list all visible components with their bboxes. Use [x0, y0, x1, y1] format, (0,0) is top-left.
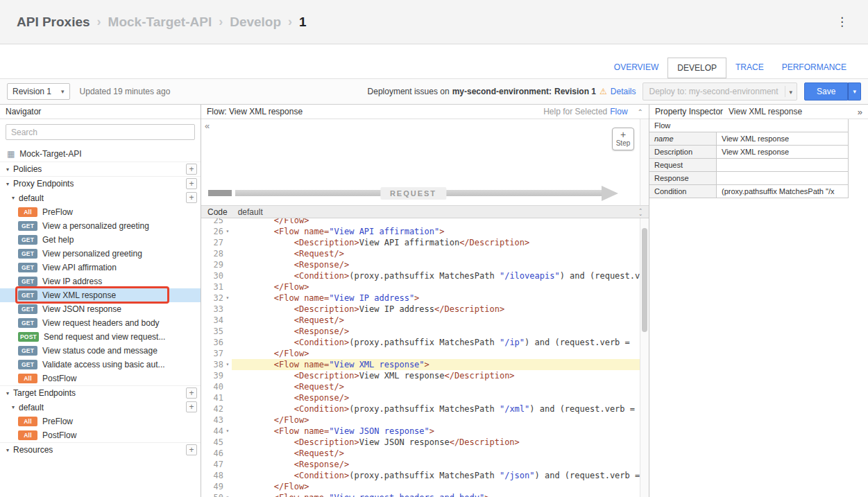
deploy-select-caret[interactable]: ▾: [785, 86, 797, 97]
code-line-38[interactable]: 38▾ <Flow name="View XML response">: [201, 359, 649, 370]
code-line-text[interactable]: <Response/>: [232, 326, 649, 337]
nav-section-default[interactable]: ▾default+: [0, 400, 201, 415]
prop-value-condition[interactable]: (proxy.pathsuffix MatchesPath "/x: [717, 185, 848, 198]
code-line-text[interactable]: <Condition>(proxy.pathsuffix MatchesPath…: [232, 337, 649, 348]
code-line-text[interactable]: </Flow>: [232, 218, 649, 226]
prop-value-response[interactable]: [717, 172, 848, 184]
nav-item-postflow[interactable]: AllPostFlow: [0, 428, 201, 442]
add-proxy-endpoints-button[interactable]: +: [186, 178, 197, 189]
code-line-42[interactable]: 42 <Condition>(proxy.pathsuffix MatchesP…: [201, 403, 649, 415]
nav-item-postflow[interactable]: AllPostFlow: [0, 372, 201, 385]
nav-item-view-request-headers-and-body[interactable]: GETView request headers and body: [0, 316, 201, 330]
nav-section-target-endpoints[interactable]: ▾Target Endpoints+: [0, 385, 201, 400]
prop-value-name[interactable]: View XML response: [717, 132, 848, 145]
nav-item-view-json-response[interactable]: GETView JSON response: [0, 302, 201, 316]
code-line-50[interactable]: 50▾ <Flow name="View request headers and…: [201, 492, 649, 497]
flow-help-link[interactable]: Flow: [610, 107, 627, 116]
add-default-button[interactable]: +: [186, 401, 197, 412]
deploy-to-select[interactable]: Deploy to: my-second-environment ▾: [643, 82, 797, 101]
code-line-39[interactable]: 39 <Description>View XML response</Descr…: [201, 370, 649, 381]
code-line-45[interactable]: 45 <Description>View JSON response</Desc…: [201, 437, 649, 448]
fold-marker-icon[interactable]: ▾: [223, 226, 232, 237]
code-line-text[interactable]: </Flow>: [232, 281, 649, 293]
breadcrumb-item-api-proxies[interactable]: API Proxies: [17, 15, 90, 30]
nav-item-preflow[interactable]: AllPreFlow: [0, 415, 201, 428]
nav-item-view-personalized-greeting[interactable]: GETView personalized greeting: [0, 247, 201, 261]
section-collapse-icon[interactable]: ▾: [6, 166, 9, 173]
code-line-41[interactable]: 41 <Response/>: [201, 392, 649, 403]
code-line-36[interactable]: 36 <Condition>(proxy.pathsuffix MatchesP…: [201, 337, 649, 348]
code-line-text[interactable]: <Request/>: [232, 381, 649, 392]
code-line-46[interactable]: 46 <Request/>: [201, 448, 649, 459]
section-collapse-icon[interactable]: ▾: [12, 195, 15, 201]
code-line-text[interactable]: <Description>View IP address</Descriptio…: [232, 304, 649, 315]
nav-section-default[interactable]: ▾default+: [0, 191, 201, 205]
nav-section-resources[interactable]: ▾Resources+: [0, 442, 201, 457]
code-line-47[interactable]: 47 <Response/>: [201, 459, 649, 470]
code-editor[interactable]: 25 </Flow>26▾ <Flow name="View API affir…: [201, 218, 649, 497]
code-line-text[interactable]: <Request/>: [232, 248, 649, 259]
search-input[interactable]: [6, 124, 195, 140]
add-target-endpoints-button[interactable]: +: [186, 387, 197, 399]
nav-item-view-status-code-and-message[interactable]: GETView status code and message: [0, 344, 201, 358]
code-line-text[interactable]: </Flow>: [232, 348, 649, 359]
fold-marker-icon[interactable]: ▾: [223, 293, 232, 304]
code-line-text[interactable]: <Flow name="View JSON response">: [232, 426, 649, 437]
code-line-26[interactable]: 26▾ <Flow name="View API affirmation">: [201, 226, 649, 237]
code-scrollbar-track[interactable]: [640, 218, 649, 497]
code-line-text[interactable]: <Response/>: [232, 259, 649, 270]
collapse-navigator-icon[interactable]: «: [203, 121, 212, 131]
code-line-text[interactable]: <Description>View JSON response</Descrip…: [232, 437, 649, 448]
collapse-code-panel-icon[interactable]: ⌃ ⌄: [638, 209, 643, 216]
nav-item-get-help[interactable]: GETGet help: [0, 233, 201, 247]
code-line-text[interactable]: <Response/>: [232, 392, 649, 403]
code-line-44[interactable]: 44▾ <Flow name="View JSON response">: [201, 426, 649, 437]
code-line-text[interactable]: <Condition>(proxy.pathsuffix MatchesPath…: [232, 270, 649, 281]
code-line-43[interactable]: 43 </Flow>: [201, 415, 649, 426]
code-line-text[interactable]: <Flow name="View API affirmation">: [232, 226, 649, 237]
add-step-button[interactable]: + Step: [612, 128, 634, 150]
code-line-34[interactable]: 34 <Request/>: [201, 315, 649, 326]
section-collapse-icon[interactable]: ▾: [12, 404, 15, 410]
code-line-text[interactable]: <Request/>: [232, 448, 649, 459]
add-default-button[interactable]: +: [186, 192, 197, 203]
tab-develop[interactable]: DEVELOP: [667, 58, 726, 78]
code-line-27[interactable]: 27 <Description>View API affirmation</De…: [201, 237, 649, 248]
nav-item-view-api-affirmation[interactable]: GETView API affirmation: [0, 261, 201, 274]
expand-inspector-icon[interactable]: »: [858, 107, 862, 117]
code-line-30[interactable]: 30 <Condition>(proxy.pathsuffix MatchesP…: [201, 270, 649, 281]
code-line-text[interactable]: </Flow>: [232, 415, 649, 426]
prop-value-request[interactable]: [717, 159, 848, 171]
add-policies-button[interactable]: +: [186, 164, 197, 175]
code-line-text[interactable]: <Request/>: [232, 315, 649, 326]
code-line-text[interactable]: <Flow name="View request headers and bod…: [232, 492, 649, 497]
collapse-flow-panel-icon[interactable]: ⌃: [638, 108, 643, 116]
tab-trace[interactable]: TRACE: [726, 58, 773, 78]
fold-marker-icon[interactable]: ▾: [223, 426, 232, 437]
details-link[interactable]: Details: [611, 87, 636, 96]
code-line-48[interactable]: 48 <Condition>(proxy.pathsuffix MatchesP…: [201, 470, 649, 481]
code-scrollbar-thumb[interactable]: [642, 228, 647, 332]
flow-scrollbar-track[interactable]: [640, 119, 649, 205]
nav-item-send-request-and-view-request[interactable]: POSTSend request and view request...: [0, 330, 201, 344]
code-line-28[interactable]: 28 <Request/>: [201, 248, 649, 259]
code-line-40[interactable]: 40 <Request/>: [201, 381, 649, 392]
nav-root-item[interactable]: ▦Mock-Target-API: [0, 146, 201, 162]
code-line-29[interactable]: 29 <Response/>: [201, 259, 649, 270]
code-line-32[interactable]: 32▾ <Flow name="View IP address">: [201, 293, 649, 304]
code-line-49[interactable]: 49 </Flow>: [201, 481, 649, 492]
nav-item-view-xml-response[interactable]: GETView XML response: [0, 288, 201, 302]
nav-item-preflow[interactable]: AllPreFlow: [0, 205, 201, 219]
prop-value-description[interactable]: View XML response: [717, 146, 848, 158]
code-line-text[interactable]: <Condition>(proxy.pathsuffix MatchesPath…: [232, 470, 649, 481]
nav-item-view-a-personalized-greeting[interactable]: GETView a personalized greeting: [0, 219, 201, 233]
code-line-37[interactable]: 37 </Flow>: [201, 348, 649, 359]
code-line-31[interactable]: 31 </Flow>: [201, 281, 649, 293]
fold-marker-icon[interactable]: ▾: [223, 359, 232, 370]
code-line-text[interactable]: <Condition>(proxy.pathsuffix MatchesPath…: [232, 403, 649, 415]
code-line-35[interactable]: 35 <Response/>: [201, 326, 649, 337]
breadcrumb-item-mock-target-api[interactable]: Mock-Target-API: [108, 15, 212, 30]
revision-select[interactable]: Revision 1 ▾: [7, 83, 70, 100]
save-dropdown-button[interactable]: ▾: [848, 82, 861, 101]
code-line-text[interactable]: <Flow name="View IP address">: [232, 293, 649, 304]
